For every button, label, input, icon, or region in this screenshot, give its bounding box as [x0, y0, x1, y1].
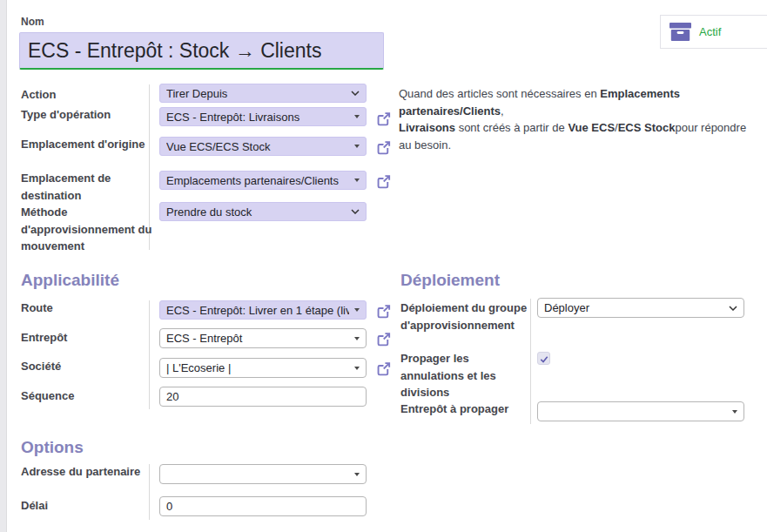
external-link-icon[interactable]	[375, 331, 392, 347]
stock-rule-form: Nom ECS - Entrepôt : Stock → Clients Act…	[0, 0, 767, 532]
chevron-down-icon	[351, 91, 360, 96]
chevron-down-icon	[351, 209, 360, 214]
caret-down-icon	[354, 115, 360, 118]
source-location-field[interactable]: Vue ECS/ECS Stock	[159, 137, 367, 156]
operation-type-label: Type d'opération	[21, 106, 151, 124]
section-title-options: Options	[21, 438, 84, 457]
check-icon	[540, 351, 548, 367]
partner-address-field[interactable]	[159, 464, 367, 484]
group-propagation-select[interactable]: Déployer	[537, 298, 744, 318]
operation-type-field[interactable]: ECS - Entrepôt: Livraisons	[159, 107, 367, 126]
left-gutter	[0, 0, 7, 532]
active-stat-button[interactable]: Actif	[660, 15, 767, 49]
supply-method-label: Méthode d'approvisionnement du mouvement	[21, 204, 153, 255]
active-label: Actif	[699, 25, 721, 38]
propagate-warehouse-field[interactable]	[537, 401, 744, 421]
destination-location-field[interactable]: Emplacements partenaires/Clients	[159, 171, 367, 190]
name-value: ECS - Entrepôt : Stock → Clients	[28, 39, 321, 63]
rule-help-text: Quand des articles sont nécessaires en E…	[399, 85, 760, 153]
destination-location-label: Emplacement de destination	[21, 170, 151, 204]
caret-down-icon	[354, 178, 360, 182]
delay-label: Délai	[21, 497, 151, 515]
caret-down-icon	[354, 308, 360, 312]
external-link-icon[interactable]	[375, 360, 392, 377]
chevron-down-icon	[729, 306, 737, 311]
company-label: Société	[21, 358, 151, 375]
action-select[interactable]: Tirer Depuis	[159, 84, 367, 103]
source-location-label: Emplacement d'origine	[21, 136, 151, 153]
external-link-icon[interactable]	[375, 303, 392, 320]
name-field-label: Nom	[21, 16, 44, 28]
external-link-icon[interactable]	[375, 111, 392, 127]
caret-down-icon	[732, 410, 737, 414]
sequence-input[interactable]	[159, 387, 367, 407]
caret-down-icon	[354, 145, 360, 148]
group-propagation-label: Déploiement du groupe d'approvisionnemen…	[400, 300, 529, 333]
section-title-applicability: Applicabilité	[21, 271, 119, 290]
caret-down-icon	[354, 367, 360, 370]
company-field[interactable]: | L'Ecoserie |	[159, 358, 367, 378]
supply-method-select[interactable]: Prendre du stock	[159, 202, 367, 221]
external-link-icon[interactable]	[375, 173, 392, 190]
route-field[interactable]: ECS - Entrepôt: Livrer en 1 étape (livre	[159, 300, 367, 320]
section-title-deployment: Déploiement	[400, 271, 500, 290]
warehouse-field[interactable]: ECS - Entrepôt	[159, 328, 367, 348]
propagate-warehouse-label: Entrepôt à propager	[400, 401, 529, 418]
action-label: Action	[21, 86, 151, 104]
group-separator	[530, 299, 531, 424]
name-input[interactable]: ECS - Entrepôt : Stock → Clients	[19, 32, 384, 70]
route-label: Route	[21, 300, 151, 317]
propagate-cancel-checkbox[interactable]	[537, 352, 550, 365]
delay-input[interactable]	[159, 496, 367, 516]
propagate-cancel-label: Propager les annulations et les division…	[400, 350, 529, 401]
archive-box-icon	[669, 23, 691, 41]
caret-down-icon	[354, 337, 360, 340]
caret-down-icon	[354, 473, 360, 476]
partner-address-label: Adresse du partenaire	[21, 463, 151, 481]
warehouse-label: Entrepôt	[21, 329, 151, 347]
external-link-icon[interactable]	[375, 139, 392, 156]
sequence-label: Séquence	[21, 387, 151, 405]
